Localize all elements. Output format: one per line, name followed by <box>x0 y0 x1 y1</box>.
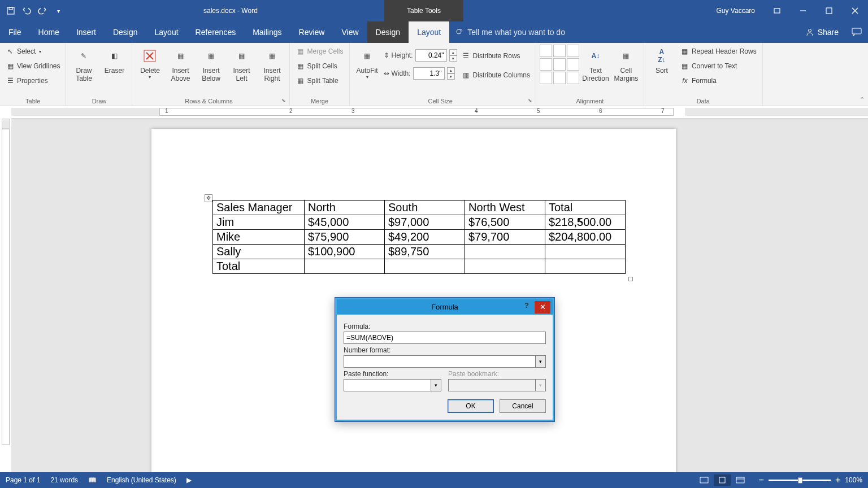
tab-view[interactable]: View <box>333 21 367 43</box>
dialog-close-icon[interactable]: ✕ <box>535 301 550 313</box>
minimize-icon[interactable] <box>790 0 816 21</box>
align-bl[interactable] <box>540 72 552 84</box>
zoom-level[interactable]: 100% <box>845 476 862 484</box>
width-field[interactable] <box>413 67 445 80</box>
height-field[interactable] <box>415 49 447 62</box>
number-format-combo[interactable]: ▾ <box>344 355 546 368</box>
align-br[interactable] <box>567 72 579 84</box>
table-cell[interactable]: Mike <box>213 230 305 245</box>
horizontal-ruler[interactable]: 12 34 56 7 <box>11 106 868 119</box>
table-cell[interactable] <box>465 245 545 259</box>
word-count[interactable]: 21 words <box>50 476 78 484</box>
table-cell[interactable]: North <box>305 201 385 215</box>
dialog-launcher-icon[interactable]: ⬊ <box>528 98 532 103</box>
insert-above-button[interactable]: ▦Insert Above <box>166 45 194 89</box>
align-mc[interactable] <box>553 58 566 71</box>
table-cell[interactable]: $49,200 <box>385 230 465 245</box>
align-tc[interactable] <box>553 45 566 57</box>
insert-right-button[interactable]: ▦Insert Right <box>258 45 286 89</box>
distribute-rows-button[interactable]: ☰Distribute Rows <box>459 49 532 63</box>
table-cell[interactable]: $218,500.00 <box>545 215 626 230</box>
table-cell[interactable]: Jim <box>213 215 305 230</box>
table-resize-handle-icon[interactable] <box>628 277 633 281</box>
paste-function-input[interactable] <box>344 379 431 391</box>
read-mode-icon[interactable] <box>696 474 713 486</box>
qat-customize-icon[interactable]: ▾ <box>52 5 64 17</box>
cancel-button[interactable]: Cancel <box>500 399 546 413</box>
cell-margins-button[interactable]: ▦Cell Margins <box>612 45 640 89</box>
language-indicator[interactable]: English (United States) <box>107 476 176 484</box>
table-cell[interactable]: Total <box>213 259 305 274</box>
table-cell[interactable]: Sally <box>213 245 305 259</box>
table-cell[interactable]: $89,750 <box>385 245 465 259</box>
table-cell[interactable]: Total <box>545 201 626 215</box>
spell-check-icon[interactable]: 📖 <box>88 476 97 484</box>
web-layout-icon[interactable] <box>732 474 749 486</box>
ribbon-display-icon[interactable] <box>764 0 790 21</box>
split-cells-button[interactable]: ▦Split Cells <box>293 59 345 73</box>
sort-button[interactable]: AZ↓Sort <box>648 45 676 89</box>
repeat-header-rows-button[interactable]: ▦Repeat Header Rows <box>678 45 759 58</box>
table-cell[interactable] <box>545 245 626 259</box>
spin-down-icon[interactable]: ▾ <box>449 55 457 62</box>
close-icon[interactable] <box>842 0 868 21</box>
tab-insert[interactable]: Insert <box>68 21 105 43</box>
height-input[interactable]: ⇕ Height: ▴▾ <box>384 49 457 62</box>
table-cell[interactable]: North West <box>465 201 545 215</box>
ok-button[interactable]: OK <box>448 399 494 413</box>
insert-below-button[interactable]: ▦Insert Below <box>197 45 225 89</box>
draw-table-button[interactable]: ✎Draw Table <box>70 45 98 89</box>
undo-icon[interactable] <box>20 5 33 17</box>
share-button[interactable]: Share <box>798 21 845 43</box>
align-mr[interactable] <box>567 58 579 71</box>
vertical-ruler[interactable] <box>0 119 11 465</box>
table-cell[interactable] <box>465 259 545 274</box>
dropdown-icon[interactable]: ▾ <box>431 379 441 391</box>
tab-table-layout[interactable]: Layout <box>409 21 449 43</box>
width-input[interactable]: ⇔ Width: ▴▾ <box>384 67 457 80</box>
tab-references[interactable]: References <box>187 21 245 43</box>
align-tr[interactable] <box>567 45 579 57</box>
comments-icon[interactable] <box>845 21 868 43</box>
save-icon[interactable] <box>5 5 17 17</box>
tab-design[interactable]: Design <box>105 21 146 43</box>
align-tl[interactable] <box>540 45 552 57</box>
merge-cells-button[interactable]: ▦Merge Cells <box>293 45 345 58</box>
properties-button[interactable]: ☰Properties <box>3 74 62 88</box>
insert-left-button[interactable]: ▦Insert Left <box>227 45 255 89</box>
tab-file[interactable]: File <box>0 21 30 43</box>
zoom-in-icon[interactable]: + <box>835 475 840 485</box>
eraser-button[interactable]: ◧Eraser <box>100 45 128 89</box>
table-cell[interactable]: Sales Manager <box>213 201 305 215</box>
number-format-input[interactable] <box>344 355 536 368</box>
dialog-launcher-icon[interactable]: ⬊ <box>281 98 286 103</box>
table-cell[interactable]: $100,900 <box>305 245 385 259</box>
distribute-columns-button[interactable]: ▥Distribute Columns <box>459 68 532 82</box>
table-cell[interactable] <box>545 259 626 274</box>
zoom-slider[interactable] <box>769 480 831 481</box>
dialog-title-bar[interactable]: Formula ? ✕ <box>335 298 554 315</box>
sales-table[interactable]: Sales Manager North South North West Tot… <box>212 200 626 274</box>
redo-icon[interactable] <box>36 5 49 17</box>
spin-up-icon[interactable]: ▴ <box>449 49 457 55</box>
formula-input[interactable] <box>344 332 546 344</box>
table-cell[interactable] <box>305 259 385 274</box>
table-cell[interactable]: $76,500 <box>465 215 545 230</box>
tab-layout[interactable]: Layout <box>146 21 187 43</box>
user-name[interactable]: Guy Vaccaro <box>717 7 755 15</box>
macro-icon[interactable]: ▶ <box>186 476 192 484</box>
table-cell[interactable]: $79,700 <box>465 230 545 245</box>
tell-me-search[interactable]: Tell me what you want to do <box>455 21 565 43</box>
align-ml[interactable] <box>540 58 552 71</box>
spin-up-icon[interactable]: ▴ <box>447 67 455 73</box>
tab-review[interactable]: Review <box>290 21 333 43</box>
tab-mailings[interactable]: Mailings <box>244 21 290 43</box>
split-table-button[interactable]: ▦Split Table <box>293 74 345 88</box>
print-layout-icon[interactable] <box>714 474 731 486</box>
table-cell[interactable]: $204,800.00 <box>545 230 626 245</box>
tab-table-design[interactable]: Design <box>367 21 409 43</box>
paste-function-combo[interactable]: ▾ <box>344 379 441 391</box>
table-move-handle-icon[interactable]: ✥ <box>205 194 212 202</box>
table-cell[interactable]: South <box>385 201 465 215</box>
align-bc[interactable] <box>553 72 566 84</box>
